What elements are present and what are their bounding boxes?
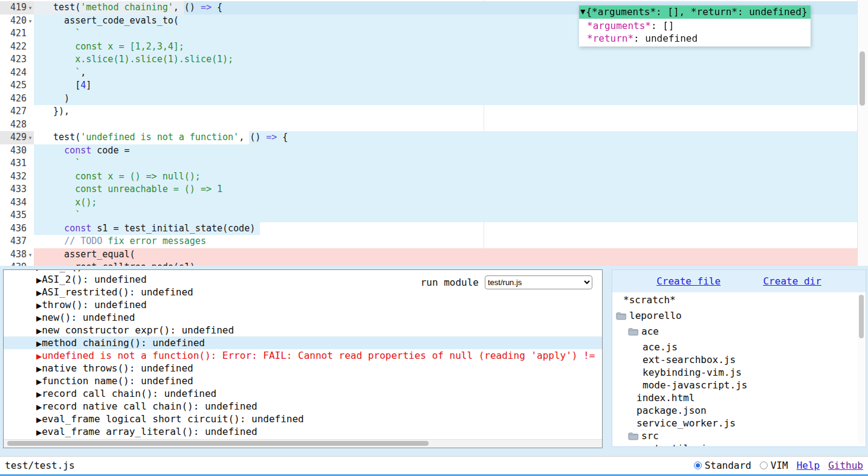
radio-unselected-icon[interactable] (760, 462, 768, 469)
console-result-row[interactable]: ▶record native call chain(): undefined (4, 400, 602, 413)
code-line[interactable]: ) (42, 92, 70, 106)
code-line[interactable]: const x = [1,2,3,4]; (42, 40, 184, 54)
console-hscrollbar-track[interactable] (4, 439, 602, 448)
file-tree-item[interactable]: leporello (612, 309, 857, 322)
file-tree-item[interactable]: keybinding-vim.js (612, 366, 857, 379)
gutter-line-number[interactable]: 430 (0, 144, 34, 158)
fold-arrow-icon[interactable]: ▾ (27, 249, 34, 262)
gutter-line-number[interactable]: 438▾ (0, 248, 34, 262)
tooltip-property-row[interactable]: *arguments*: [] (587, 19, 805, 32)
expand-arrow-icon[interactable]: ▶ (36, 390, 42, 399)
code-line[interactable]: }), (42, 105, 70, 118)
expand-arrow-icon[interactable]: ▶ (36, 378, 42, 386)
expand-arrow-icon[interactable]: ▶ (36, 270, 42, 272)
expand-arrow-icon[interactable]: ▶ (36, 403, 42, 411)
expand-arrow-icon[interactable]: ▶ (36, 301, 42, 310)
file-tree-item[interactable]: ext-searchbox.js (612, 353, 857, 366)
gutter-line-number[interactable]: 424 (0, 66, 34, 80)
code-line[interactable]: const unreachable = () => 1 (42, 183, 222, 196)
file-tree-item[interactable]: *scratch* (612, 294, 857, 306)
console-result-row[interactable]: ▶function name(): undefined (4, 375, 602, 387)
code-line[interactable]: test('undefined is not a function', () =… (42, 131, 288, 144)
file-tree-item[interactable]: src (612, 429, 857, 442)
keybinding-standard-radio[interactable]: Standard (694, 460, 751, 471)
code-line[interactable]: root_calltree_node(s1) (42, 261, 195, 266)
run-module-select[interactable]: test/run.js (485, 275, 592, 289)
code-line[interactable]: x.slice(1).slice(1).slice(1); (42, 53, 233, 66)
console-result-row[interactable]: ▶eval_frame logical short circuit(): und… (4, 413, 602, 425)
code-line[interactable]: test('method chaining', () => { (42, 1, 222, 14)
scrollbar-thumb[interactable] (7, 441, 429, 446)
gutter-line-number[interactable]: 421 (0, 27, 34, 40)
code-editor[interactable]: test('method chaining', () => { assert_c… (0, 0, 868, 266)
gutter-line-number[interactable]: 422 (0, 40, 34, 54)
expand-arrow-icon[interactable]: ▶ (36, 428, 42, 437)
create-dir-link[interactable]: Create dir (763, 275, 821, 287)
expand-arrow-icon[interactable]: ▶ (36, 276, 42, 285)
gutter-line-number[interactable]: 419▾ (0, 1, 34, 14)
console-result-row[interactable]: ▶throw(): undefined (4, 298, 602, 311)
gutter-line-number[interactable]: 420▾ (0, 14, 34, 28)
file-tree-item[interactable]: ace.js (612, 341, 857, 353)
files-scrollbar-track[interactable] (858, 294, 865, 445)
gutter-line-number[interactable]: 432 (0, 170, 34, 184)
gutter-line-number[interactable]: 427 (0, 105, 34, 118)
gutter-line-number[interactable]: 425 (0, 79, 34, 92)
code-line[interactable]: ` (42, 157, 80, 170)
scrollbar-thumb[interactable] (860, 51, 865, 106)
code-line[interactable]: const x = () => null(); (42, 170, 201, 184)
file-tree-item[interactable]: index.html (612, 391, 857, 404)
gutter-line-number[interactable]: 426 (0, 92, 34, 106)
collapse-triangle-icon[interactable]: ▼ (580, 8, 585, 16)
gutter-line-number[interactable]: 433 (0, 183, 34, 196)
code-line[interactable]: const s1 = test_initial_state(code) (42, 222, 255, 236)
value-inspector-popup[interactable]: ▼{*arguments*: [], *return*: undefined} … (579, 5, 811, 47)
gutter-line-number[interactable]: 439 (0, 261, 34, 266)
radio-selected-icon[interactable] (694, 462, 702, 469)
fold-arrow-icon[interactable]: ▾ (27, 2, 34, 15)
file-tree-panel[interactable]: Create file Create dir *scratch*leporell… (612, 269, 866, 447)
expand-arrow-icon[interactable]: ▶ (36, 365, 42, 373)
code-line[interactable]: // TODO fix error messages (42, 235, 206, 248)
console-result-row[interactable]: ▶undefined is not a function(): Error: F… (4, 349, 602, 362)
help-link[interactable]: Help (797, 460, 820, 471)
console-result-row[interactable]: ▶eval_frame array_literal(): undefined (4, 425, 602, 438)
expand-arrow-icon[interactable]: ▶ (36, 289, 42, 297)
code-line[interactable]: ` (42, 27, 80, 40)
create-file-link[interactable]: Create file (656, 275, 721, 287)
code-line[interactable]: ` (42, 209, 80, 222)
gutter-line-number[interactable]: 434 (0, 196, 34, 210)
github-link[interactable]: Github (828, 460, 863, 471)
keybinding-vim-radio[interactable]: VIM (760, 460, 788, 471)
code-line[interactable]: const code = (42, 144, 130, 158)
code-line[interactable]: assert_code_evals_to( (42, 14, 179, 28)
gutter-line-number[interactable]: 423 (0, 53, 34, 66)
console-result-row[interactable]: ▶native throws(): undefined (4, 362, 602, 375)
fold-arrow-icon[interactable]: ▾ (27, 132, 34, 145)
console-result-row[interactable]: ▶new constructor expr(): undefined (4, 324, 602, 336)
expand-arrow-icon[interactable]: ▶ (36, 352, 42, 361)
gutter-line-number[interactable]: 428 (0, 118, 34, 132)
scrollbar-thumb[interactable] (859, 295, 864, 338)
expand-arrow-icon[interactable]: ▶ (36, 416, 42, 424)
expand-arrow-icon[interactable]: ▶ (36, 314, 42, 323)
expand-arrow-icon[interactable]: ▶ (36, 327, 42, 335)
console-result-row[interactable]: ▶record call chain(): undefined (4, 387, 602, 400)
gutter-line-number[interactable]: 437 (0, 235, 34, 248)
editor-gutter[interactable]: 419▾420▾421422423424425426427428429▾4304… (0, 0, 34, 266)
file-tree-list[interactable]: *scratch*leporelloaceace.jsext-searchbox… (612, 292, 866, 446)
test-results-panel[interactable]: ▶ASI_1(): undefined▶ASI_2(): undefined▶A… (3, 269, 603, 448)
file-tree-item[interactable]: package.json (612, 404, 857, 417)
tooltip-property-row[interactable]: *return*: undefined (587, 32, 805, 45)
console-result-row[interactable]: ▶new(): undefined (4, 311, 602, 324)
test-results-list[interactable]: ▶ASI_1(): undefined▶ASI_2(): undefined▶A… (4, 270, 602, 440)
console-result-row[interactable]: ▶method chaining(): undefined (4, 336, 602, 349)
file-tree-item[interactable]: mode-javascript.js (612, 379, 857, 391)
file-tree-item[interactable]: service_worker.js (612, 417, 857, 429)
code-line[interactable]: [4] (42, 79, 91, 92)
gutter-line-number[interactable]: 436 (0, 222, 34, 236)
file-tree-item[interactable]: ace (612, 325, 857, 338)
gutter-line-number[interactable]: 429▾ (0, 131, 34, 144)
code-line[interactable]: assert_equal( (42, 248, 135, 262)
file-tree-item[interactable]: ast_utils.js (612, 442, 857, 446)
